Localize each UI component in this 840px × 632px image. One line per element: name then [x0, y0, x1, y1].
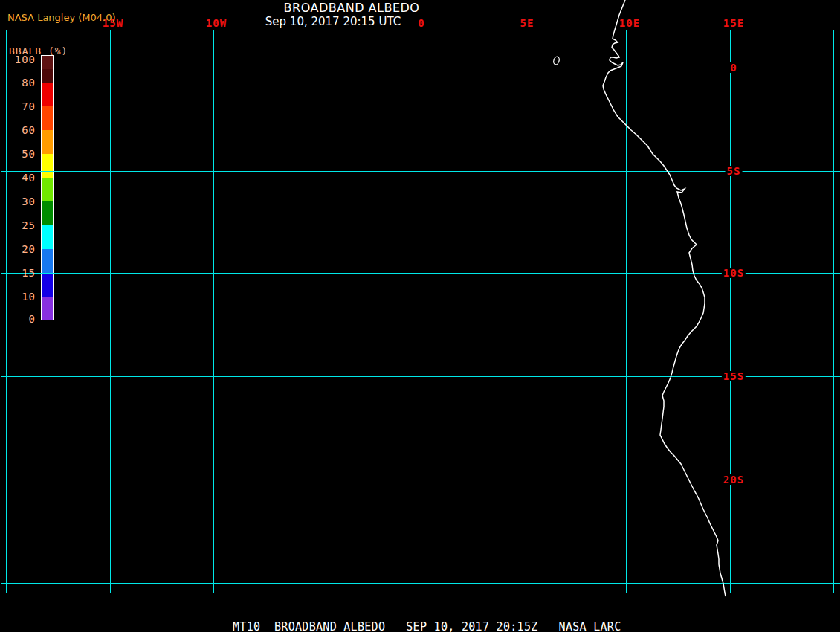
lon-label-10e: 10E — [619, 17, 640, 29]
colorbar-tick-10: 10 — [6, 291, 36, 302]
colorbar-tick-15: 15 — [6, 268, 36, 278]
coastline-map — [0, 0, 840, 632]
credit-label: NASA Langley (M04.0) — [7, 12, 116, 23]
lon-label-15e: 15E — [723, 17, 744, 29]
lon-label-5e: 5E — [520, 17, 534, 29]
lat-label-15s: 15S — [722, 371, 746, 381]
colorbar-tick-60: 60 — [6, 125, 36, 135]
colorbar-tick-80: 80 — [6, 77, 36, 88]
colorbar-tick-25: 25 — [6, 220, 36, 230]
lat-label-10s: 10S — [722, 268, 746, 278]
colorbar-tick-100: 100 — [6, 54, 36, 65]
page-title: BROADBAND ALBEDO — [284, 1, 420, 15]
lat-label-0: 0 — [728, 62, 738, 73]
lon-label-10w: 10W — [206, 17, 227, 29]
status-bar: MT10 BROADBAND ALBEDO SEP 10, 2017 20:15… — [233, 620, 621, 632]
colorbar-tick-30: 30 — [6, 196, 36, 207]
lat-label-20s: 20S — [722, 474, 746, 485]
lon-label-0: 0 — [418, 17, 424, 29]
colorbar-tick-40: 40 — [6, 172, 36, 183]
colorbar-tick-20: 20 — [6, 244, 36, 254]
timestamp-subtitle: Sep 10, 2017 20:15 UTC — [265, 15, 401, 28]
colorbar-tick-70: 70 — [6, 101, 36, 112]
colorbar-tick-50: 50 — [6, 149, 36, 159]
lat-label-5s: 5S — [726, 166, 743, 176]
colorbar-tick-0: 0 — [6, 314, 36, 324]
satellite-map-viewport: NASA Langley (M04.0) BROADBAND ALBEDO Se… — [0, 0, 840, 632]
africa-west-coastline — [603, 0, 726, 596]
sao-tome-island — [552, 56, 560, 65]
